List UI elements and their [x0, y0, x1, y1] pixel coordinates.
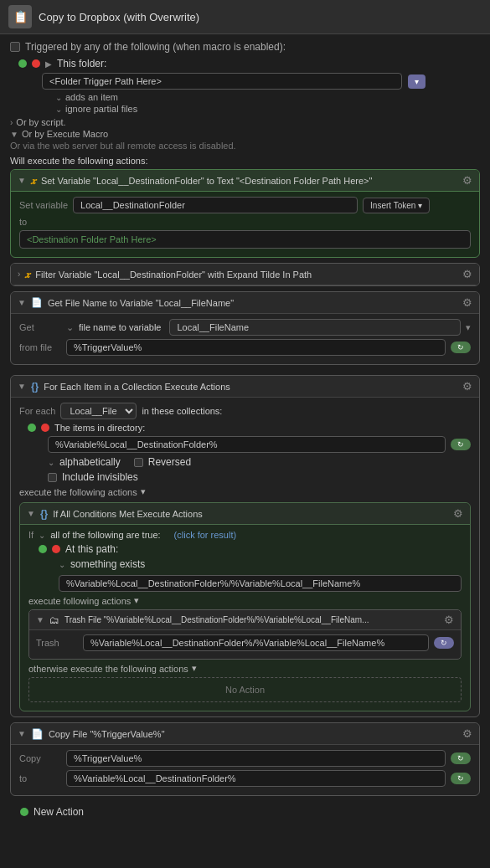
- trash-row: Trash ↻: [36, 634, 454, 651]
- trash-expand[interactable]: ▼: [36, 615, 44, 624]
- foreach-row: For each Local__File in these collection…: [19, 403, 471, 419]
- foreach-block: ▼ {} For Each Item in a Collection Execu…: [10, 375, 480, 717]
- to-field-input[interactable]: [19, 230, 471, 249]
- or-by-script[interactable]: › Or by script.: [10, 117, 480, 127]
- alpha-chevron[interactable]: ⌄: [48, 458, 54, 467]
- get-fn-row: Get ⌄ file name to variable ▾: [19, 319, 471, 336]
- title-text: Copy to Dropbox (with Overwrite): [39, 11, 199, 23]
- invisibles-label: Include invisibles: [62, 471, 138, 483]
- if-all-row: If ⌄ all of the following are true: (cli…: [28, 530, 462, 540]
- trash-gear[interactable]: ⚙: [444, 614, 454, 626]
- alphabetically-label: alphabetically: [59, 456, 121, 468]
- get-fn-expand[interactable]: ▼: [18, 298, 26, 307]
- filter-variable-title: Filter Variable "Local__DestinationFolde…: [35, 270, 312, 280]
- filter-variable-block: › 𝒙 Filter Variable "Local__DestinationF…: [10, 263, 480, 286]
- filter-variable-gear[interactable]: ⚙: [462, 268, 472, 280]
- invisibles-row: Include invisibles: [48, 471, 471, 483]
- invisibles-checkbox[interactable]: [48, 473, 57, 482]
- get-filename-header: ▼ 📄 Get File Name to Variable "Local__Fi…: [11, 292, 479, 314]
- insert-token-btn[interactable]: Insert Token ▾: [363, 198, 430, 213]
- or-by-execute-macro[interactable]: ▼ Or by Execute Macro: [10, 129, 480, 139]
- folder-header: ▶ This folder:: [18, 58, 480, 69]
- foreach-curly-icon: {}: [31, 381, 39, 393]
- set-var-expand[interactable]: ▼: [18, 176, 26, 185]
- set-var-to-row: to: [19, 217, 471, 227]
- trash-toggle[interactable]: ↻: [434, 637, 454, 649]
- set-var-field-row: Set variable Insert Token ▾: [19, 197, 471, 213]
- trigger-checkbox[interactable]: [10, 42, 20, 52]
- foreach-var-select[interactable]: Local__File: [60, 403, 137, 419]
- set-variable-body: Set variable Insert Token ▾ to: [11, 192, 479, 257]
- items-dir-header-row: The items in directory:: [28, 423, 471, 433]
- reversed-checkbox[interactable]: [134, 458, 143, 467]
- if-chevron[interactable]: ⌄: [39, 531, 45, 540]
- at-path-input[interactable]: [59, 575, 462, 592]
- at-path-detail: ⌄ something exists: [59, 558, 462, 592]
- foreach-expand[interactable]: ▼: [18, 382, 26, 391]
- red-dot-icon[interactable]: [32, 59, 40, 68]
- folder-chevron[interactable]: ▶: [45, 59, 52, 69]
- something-exists-label: something exists: [70, 558, 145, 570]
- if-expand[interactable]: ▼: [27, 509, 35, 518]
- filter-var-expand[interactable]: ›: [18, 270, 20, 279]
- to-label: to: [19, 217, 61, 227]
- alpha-row: ⌄ alphabetically Reversed: [48, 456, 471, 468]
- foreach-title: For Each Item in a Collection Execute Ac…: [44, 382, 230, 392]
- get-filename-gear[interactable]: ⚙: [462, 296, 472, 309]
- title-bar: 📋 Copy to Dropbox (with Overwrite): [0, 0, 490, 34]
- something-chevron[interactable]: ⌄: [59, 560, 65, 569]
- dir-toggle[interactable]: ↻: [451, 439, 471, 450]
- if-conditions-body: If ⌄ all of the following are true: (cli…: [20, 525, 470, 711]
- get-filename-body: Get ⌄ file name to variable ▾ from file …: [11, 314, 479, 364]
- at-path-green[interactable]: [39, 545, 47, 553]
- copy-file-icon: 📄: [31, 728, 44, 740]
- items-dir-green-dot[interactable]: [28, 424, 36, 432]
- new-action-row: New Action: [10, 801, 480, 823]
- if-conditions-gear[interactable]: ⚙: [453, 507, 463, 520]
- copy-to-toggle[interactable]: ↻: [451, 773, 471, 784]
- foreach-gear[interactable]: ⚙: [462, 380, 472, 393]
- folder-path-button[interactable]: ▾: [408, 74, 426, 89]
- trigger-label: Triggered by any of the following (when …: [25, 41, 286, 53]
- folder-path-row: ▾: [42, 73, 480, 90]
- no-action-label: No Action: [225, 685, 265, 695]
- new-action-dot[interactable]: [20, 808, 28, 816]
- foreach-header: ▼ {} For Each Item in a Collection Execu…: [11, 376, 479, 398]
- get-fn-desc: ⌄: [66, 322, 74, 333]
- copy-to-row: to ↻: [19, 770, 471, 787]
- get-fn-label: file name to variable: [79, 322, 161, 332]
- trash-label: Trash: [36, 638, 78, 648]
- if-conditions-title: If All Conditions Met Execute Actions: [53, 509, 203, 519]
- set-var-input[interactable]: [73, 197, 358, 213]
- click-result-label[interactable]: (click for result): [174, 530, 237, 540]
- title-icon: 📋: [8, 5, 32, 28]
- copy-input[interactable]: [66, 750, 446, 767]
- trash-title: Trash File "%Variable%Local__Destination…: [64, 615, 369, 624]
- green-dot-icon[interactable]: [18, 59, 27, 68]
- copy-toggle[interactable]: ↻: [451, 752, 471, 764]
- from-file-input[interactable]: [66, 339, 446, 356]
- copy-file-gear[interactable]: ⚙: [462, 727, 472, 740]
- set-variable-title: Set Variable "Local__DestinationFolder" …: [41, 176, 373, 186]
- get-fn-dropdown[interactable]: ▾: [466, 322, 471, 333]
- filter-var-icon: 𝒙: [25, 269, 30, 280]
- copy-expand[interactable]: ▼: [18, 729, 26, 738]
- set-var-label: Set variable: [19, 200, 68, 210]
- if-curly-icon: {}: [40, 508, 48, 520]
- folder-path-input[interactable]: [42, 73, 402, 90]
- at-path-label: At this path:: [65, 543, 118, 555]
- get-fn-var-input[interactable]: [169, 319, 461, 336]
- folder-label: This folder:: [57, 58, 106, 69]
- copy-to-input[interactable]: [66, 770, 446, 787]
- set-variable-block: ▼ 𝒙 Set Variable "Local__DestinationFold…: [10, 169, 480, 258]
- set-variable-gear[interactable]: ⚙: [462, 174, 472, 187]
- from-file-toggle[interactable]: ↻: [451, 342, 471, 353]
- reversed-label: Reversed: [148, 456, 191, 468]
- items-dir-red-dot[interactable]: [41, 424, 49, 432]
- dir-path-input[interactable]: [48, 436, 446, 453]
- dir-path-row: ↻ ⌄ alphabetically Reversed Include invi…: [48, 436, 471, 483]
- at-path-red[interactable]: [52, 545, 60, 553]
- ignore-label: ignore partial files: [65, 104, 137, 114]
- new-action-label: New Action: [34, 806, 84, 818]
- trash-input[interactable]: [83, 634, 429, 651]
